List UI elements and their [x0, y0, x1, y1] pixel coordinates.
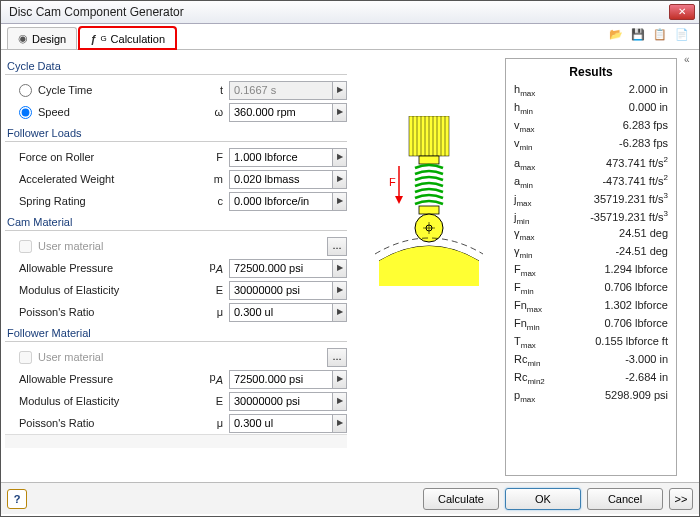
result-row: vmin-6.283 fps — [514, 137, 668, 155]
cammat-pois-field[interactable]: 0.300 ul — [229, 303, 333, 322]
report-icon[interactable]: 📄 — [675, 28, 691, 44]
force-label: Force on Roller — [19, 151, 205, 163]
result-row: pmax5298.909 psi — [514, 389, 668, 407]
svg-rect-10 — [419, 156, 439, 164]
folmat-pois-symbol: μ — [205, 417, 229, 429]
spring-symbol: c — [205, 195, 229, 207]
folmat-user-label: User material — [38, 351, 323, 363]
cam-diagram: F — [369, 116, 489, 286]
clipboard-icon[interactable]: 📋 — [653, 28, 669, 44]
cammat-mod-label: Modulus of Elasticity — [19, 284, 205, 296]
cammat-press-label: Allowable Pressure — [19, 262, 205, 274]
footer: ? Calculate OK Cancel >> — [1, 482, 699, 514]
save-icon[interactable]: 💾 — [631, 28, 647, 44]
result-row: amin-473.741 ft/s2 — [514, 173, 668, 191]
result-row: Rcmin-3.000 in — [514, 353, 668, 371]
tab-calculation-label: Calculation — [111, 33, 165, 45]
cammat-press-arrow[interactable]: ▶ — [333, 259, 347, 278]
folmat-press-field[interactable]: 72500.000 psi — [229, 370, 333, 389]
folmat-pois-arrow[interactable]: ▶ — [333, 414, 347, 433]
cammat-pois-arrow[interactable]: ▶ — [333, 303, 347, 322]
folmat-mod-symbol: E — [205, 395, 229, 407]
tab-design[interactable]: Design — [7, 27, 77, 49]
result-row: jmin-35719.231 ft/s3 — [514, 209, 668, 227]
eye-icon — [18, 32, 28, 45]
cammat-mod-arrow[interactable]: ▶ — [333, 281, 347, 300]
cycle-time-radio[interactable] — [19, 84, 32, 97]
close-button[interactable]: ✕ — [669, 4, 695, 20]
result-row: amax473.741 ft/s2 — [514, 155, 668, 173]
calculate-button[interactable]: Calculate — [423, 488, 499, 510]
cammat-press-field[interactable]: 72500.000 psi — [229, 259, 333, 278]
speed-radio[interactable] — [19, 106, 32, 119]
spring-arrow[interactable]: ▶ — [333, 192, 347, 211]
spring-field[interactable]: 0.000 lbforce/in — [229, 192, 333, 211]
cycle-time-field: 0.1667 s — [229, 81, 333, 100]
force-symbol: F — [205, 151, 229, 163]
result-row: Fmin0.706 lbforce — [514, 281, 668, 299]
cammat-mod-field[interactable]: 30000000 psi — [229, 281, 333, 300]
cycle-time-arrow[interactable]: ▶ — [333, 81, 347, 100]
window-title: Disc Cam Component Generator — [5, 5, 669, 19]
cammat-press-symbol: pA — [205, 260, 229, 275]
cammat-user-checkbox — [19, 240, 32, 253]
parameters-panel: Cycle Data Cycle Time t 0.1667 s ▶ Speed… — [5, 56, 353, 482]
expand-button[interactable]: >> — [669, 488, 693, 510]
folmat-pois-label: Poisson's Ratio — [19, 417, 205, 429]
fx-icon — [90, 33, 96, 45]
speed-symbol: ω — [205, 106, 229, 118]
weight-field[interactable]: 0.020 lbmass — [229, 170, 333, 189]
folmat-pois-field[interactable]: 0.300 ul — [229, 414, 333, 433]
tab-calculation[interactable]: G Calculation — [79, 27, 176, 49]
result-row: Fnmin0.706 lbforce — [514, 317, 668, 335]
force-field[interactable]: 1.000 lbforce — [229, 148, 333, 167]
folmat-mod-arrow[interactable]: ▶ — [333, 392, 347, 411]
group-folmat-title: Follower Material — [5, 323, 347, 341]
cammat-user-label: User material — [38, 240, 323, 252]
collapse-icon[interactable]: « — [684, 54, 694, 64]
cycle-time-label: Cycle Time — [38, 84, 205, 96]
folmat-browse-button[interactable]: ... — [327, 348, 347, 367]
cammat-browse-button[interactable]: ... — [327, 237, 347, 256]
toolbar-icons: 📂 💾 📋 📄 — [609, 28, 691, 44]
folmat-mod-label: Modulus of Elasticity — [19, 395, 205, 407]
weight-arrow[interactable]: ▶ — [333, 170, 347, 189]
result-row: Fmax1.294 lbforce — [514, 263, 668, 281]
speed-field[interactable]: 360.000 rpm — [229, 103, 333, 122]
svg-marker-17 — [395, 196, 403, 204]
result-row: Tmax0.155 lbforce ft — [514, 335, 668, 353]
folmat-press-arrow[interactable]: ▶ — [333, 370, 347, 389]
force-arrow-label: F — [389, 176, 396, 188]
title-bar: Disc Cam Component Generator ✕ — [1, 1, 699, 24]
weight-symbol: m — [205, 173, 229, 185]
result-row: hmax2.000 in — [514, 83, 668, 101]
cammat-pois-label: Poisson's Ratio — [19, 306, 205, 318]
force-arrow[interactable]: ▶ — [333, 148, 347, 167]
tab-row: Design G Calculation 📂 💾 📋 📄 — [1, 24, 699, 50]
group-loads-title: Follower Loads — [5, 123, 347, 141]
result-row: γmin-24.51 deg — [514, 245, 668, 263]
result-row: hmin0.000 in — [514, 101, 668, 119]
folmat-user-checkbox — [19, 351, 32, 364]
result-row: Rcmin2-2.684 in — [514, 371, 668, 389]
result-row: jmax35719.231 ft/s3 — [514, 191, 668, 209]
speed-arrow[interactable]: ▶ — [333, 103, 347, 122]
help-button[interactable]: ? — [7, 489, 27, 509]
open-icon[interactable]: 📂 — [609, 28, 625, 44]
cammat-mod-symbol: E — [205, 284, 229, 296]
results-panel: Results hmax2.000 inhmin0.000 invmax6.28… — [505, 58, 677, 476]
folmat-press-label: Allowable Pressure — [19, 373, 205, 385]
diagram-panel: F — [353, 56, 505, 482]
svg-rect-11 — [419, 206, 439, 214]
group-cammat-title: Cam Material — [5, 212, 347, 230]
cancel-button[interactable]: Cancel — [587, 488, 663, 510]
tab-design-label: Design — [32, 33, 66, 45]
cycle-time-symbol: t — [205, 84, 229, 96]
results-title: Results — [514, 63, 668, 83]
result-row: γmax24.51 deg — [514, 227, 668, 245]
folmat-mod-field[interactable]: 30000000 psi — [229, 392, 333, 411]
ok-button[interactable]: OK — [505, 488, 581, 510]
weight-label: Accelerated Weight — [19, 173, 205, 185]
cammat-pois-symbol: μ — [205, 306, 229, 318]
result-row: Fnmax1.302 lbforce — [514, 299, 668, 317]
